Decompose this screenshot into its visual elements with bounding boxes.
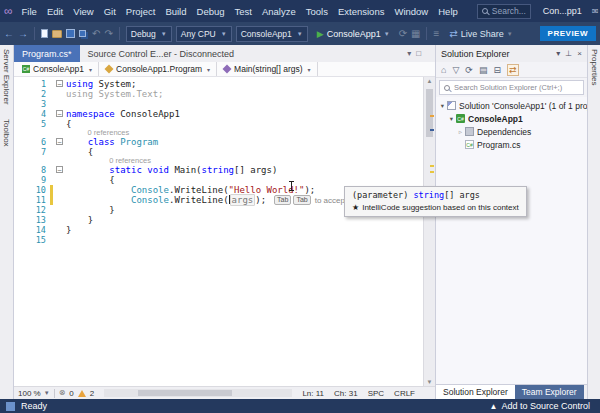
- collapse-toggle-icon[interactable]: –: [56, 80, 63, 87]
- vertical-scrollbar[interactable]: ▲ ▼: [423, 77, 435, 386]
- tree-item-dependencies[interactable]: ▹Dependencies: [436, 125, 587, 138]
- pin-icon[interactable]: ⊥: [565, 49, 572, 58]
- menu-analyze[interactable]: Analyze: [257, 6, 301, 17]
- breadcrumb-project[interactable]: C#ConsoleApp1▾: [16, 62, 99, 76]
- undo-icon[interactable]: ↶: [92, 29, 100, 39]
- tool-tab-server-explorer[interactable]: Server Explorer: [2, 49, 11, 105]
- codelens-row[interactable]: 0 references: [14, 157, 435, 165]
- code-line[interactable]: 5{: [14, 119, 435, 129]
- document-dropdown-icon[interactable]: ▾: [407, 49, 411, 58]
- code-line[interactable]: 8– static void Main(string[] args): [14, 165, 435, 175]
- collapse-toggle-icon[interactable]: –: [56, 166, 63, 173]
- code-line[interactable]: 7 {: [14, 147, 435, 157]
- solution-search-box[interactable]: Search Solution Explorer (Ctrl+;): [439, 80, 584, 95]
- code-line[interactable]: 1–using System;: [14, 79, 435, 89]
- warnings-icon[interactable]: [78, 390, 86, 397]
- menu-build[interactable]: Build: [160, 6, 191, 17]
- close-icon[interactable]: ×: [577, 49, 582, 58]
- code-line[interactable]: 15: [14, 235, 435, 245]
- new-file-icon[interactable]: [41, 29, 48, 38]
- menu-debug[interactable]: Debug: [192, 6, 230, 17]
- caret-position-group: Ln: 11 Ch: 31 SPC CRLF: [302, 389, 415, 398]
- chevron-expanded-icon[interactable]: ▾: [447, 115, 456, 123]
- tab-solution-explorer[interactable]: Solution Explorer: [436, 385, 515, 399]
- menu-extensions[interactable]: Extensions: [333, 6, 389, 17]
- tool-tab-toolbox[interactable]: Toolbox: [2, 119, 11, 147]
- show-all-files-icon[interactable]: ▤: [479, 65, 488, 75]
- preview-button[interactable]: PREVIEW: [540, 26, 596, 41]
- back-icon[interactable]: ←: [4, 29, 14, 39]
- eol-indicator[interactable]: CRLF: [394, 389, 415, 398]
- save-icon[interactable]: [66, 29, 75, 38]
- breadcrumb-class[interactable]: ConsoleApp1.Program▾: [99, 62, 217, 76]
- solution-explorer-header[interactable]: Solution Explorer ▾⊥×: [436, 45, 587, 62]
- chevron-collapsed-icon[interactable]: ▹: [456, 128, 465, 136]
- code-text: namespace ConsoleApp1: [66, 109, 180, 119]
- breadcrumb-method[interactable]: Main(string[] args)▾: [217, 62, 318, 76]
- collapse-toggle-icon[interactable]: –: [56, 110, 63, 117]
- change-tracking-bar: [50, 185, 53, 195]
- add-to-source-control[interactable]: ▲ Add to Source Control: [490, 401, 594, 411]
- codelens-row[interactable]: 0 references: [14, 129, 435, 137]
- live-share-button[interactable]: ⇄ Live Share ▼: [449, 29, 512, 39]
- change-tracking-bar: [50, 109, 53, 119]
- hot-reload-icon[interactable]: ⟳: [399, 29, 407, 39]
- horizontal-scrollbar[interactable]: [104, 389, 292, 397]
- tree-item-solution-consoleapp1-1-of-1-project[interactable]: ▾Solution 'ConsoleApp1' (1 of 1 project): [436, 99, 587, 112]
- tab-program-cs[interactable]: Program.cs*: [14, 45, 80, 62]
- code-text: {: [66, 147, 93, 157]
- tab-team-explorer[interactable]: Team Explorer: [515, 385, 584, 399]
- platform-combo[interactable]: Any CPU▼: [176, 26, 232, 42]
- tab-key-badge: Tab: [274, 195, 291, 205]
- start-debugging-button[interactable]: ▶ ConsoleApp1 ▼: [312, 25, 395, 43]
- menu-file[interactable]: File: [17, 6, 42, 17]
- break-all-icon[interactable]: ▦: [411, 29, 420, 39]
- tree-item-consoleapp1[interactable]: ▾C#ConsoleApp1: [436, 112, 587, 125]
- menu-view[interactable]: View: [68, 6, 98, 17]
- open-folder-icon[interactable]: [52, 30, 62, 38]
- code-line[interactable]: 9 {: [14, 175, 435, 185]
- filter-icon[interactable]: ▽: [452, 65, 459, 75]
- scrollbar-thumb[interactable]: [138, 390, 232, 396]
- errors-icon[interactable]: ⊗: [59, 389, 66, 397]
- menu-test[interactable]: Test: [230, 6, 257, 17]
- float-window-icon[interactable]: □: [416, 49, 421, 58]
- code-editor[interactable]: 1–using System;2using System.Text;34–nam…: [14, 77, 435, 386]
- collapse-toggle-icon[interactable]: –: [56, 138, 63, 145]
- feedback-icon[interactable]: ✉: [592, 7, 599, 16]
- menu-help[interactable]: Help: [433, 6, 463, 17]
- forward-icon[interactable]: →: [18, 29, 28, 39]
- outlining-margin: [56, 195, 66, 205]
- collapse-all-icon[interactable]: ⊟: [493, 65, 501, 75]
- window-menu-icon[interactable]: ▾: [556, 49, 560, 58]
- scroll-up-icon[interactable]: ▲: [424, 78, 435, 84]
- refresh-icon[interactable]: ⟳: [465, 65, 473, 75]
- home-icon[interactable]: ⌂: [441, 65, 446, 75]
- indent-indicator[interactable]: SPC: [368, 389, 384, 398]
- tool-tab-properties[interactable]: Properties: [590, 49, 599, 85]
- outlining-margin: [56, 89, 66, 99]
- code-line[interactable]: 14}: [14, 225, 435, 235]
- menu-tools[interactable]: Tools: [301, 6, 333, 17]
- startup-project-combo[interactable]: ConsoleApp1▼: [236, 26, 308, 42]
- menu-project[interactable]: Project: [121, 6, 161, 17]
- tree-item-program-cs[interactable]: C#Program.cs: [436, 138, 587, 151]
- menu-window[interactable]: Window: [389, 6, 433, 17]
- configuration-combo[interactable]: Debug▼: [126, 26, 172, 42]
- scroll-down-icon[interactable]: ▼: [424, 379, 435, 385]
- menu-git[interactable]: Git: [99, 6, 121, 17]
- save-all-icon[interactable]: [79, 30, 86, 37]
- find-in-files-icon[interactable]: ≡: [433, 29, 439, 39]
- code-line[interactable]: 6– class Program: [14, 137, 435, 147]
- chevron-expanded-icon[interactable]: ▾: [438, 102, 447, 110]
- sync-with-active-document-icon[interactable]: ⇄: [507, 64, 519, 76]
- code-line[interactable]: 4–namespace ConsoleApp1: [14, 109, 435, 119]
- zoom-control[interactable]: 100 % ▼: [18, 389, 50, 398]
- code-line[interactable]: 2using System.Text;: [14, 89, 435, 99]
- background-tasks-icon[interactable]: [6, 402, 15, 411]
- code-line[interactable]: 3: [14, 99, 435, 109]
- quick-search-box[interactable]: Search...: [477, 4, 531, 19]
- tab-source-control-explorer[interactable]: Source Control E...er - Disconnected: [80, 45, 243, 62]
- redo-icon[interactable]: ↷: [104, 29, 112, 39]
- menu-edit[interactable]: Edit: [42, 6, 68, 17]
